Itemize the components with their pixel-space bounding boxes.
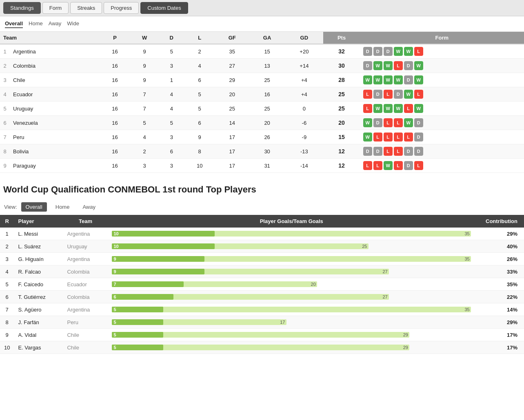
tab-form[interactable]: Form [42, 2, 69, 14]
form-badge-d: D [414, 133, 423, 141]
form-badge-l: L [384, 118, 393, 127]
l-cell: 8 [184, 144, 215, 159]
view-tab-overall[interactable]: Overall [21, 202, 47, 212]
form-badge-w: W [394, 75, 403, 84]
form-badge-d: D [394, 90, 403, 99]
d-cell: 4 [159, 87, 184, 102]
player-name: L. Messi [14, 228, 63, 240]
form-badge-w: W [404, 90, 413, 99]
player-team: Peru [63, 316, 108, 329]
table-row: 1 Argentina 16 9 5 2 35 15 +20 32 DDDWWL [0, 44, 524, 59]
player-team: Ecuador [63, 278, 108, 291]
player-bar-cell: 10 25 [108, 240, 475, 253]
form-badge-d: D [363, 47, 372, 56]
tab-custom-dates[interactable]: Custom Dates [140, 2, 188, 14]
sub-tab-overall[interactable]: Overall [5, 20, 23, 28]
player-name: E. Vargas [14, 341, 63, 354]
gf-cell: 35 [215, 44, 249, 59]
ga-cell: 15 [249, 44, 285, 59]
rank-cell: 2 [0, 59, 10, 73]
form-badge-l: L [414, 90, 423, 99]
player-bar-cell: 6 27 [108, 291, 475, 303]
view-tab-away[interactable]: Away [78, 202, 100, 212]
p-cell: 16 [100, 144, 130, 159]
form-badge-d: D [373, 118, 382, 127]
rank-cell: 3 [0, 73, 10, 87]
w-cell: 5 [130, 116, 159, 130]
form-badge-l: L [414, 161, 423, 170]
col-ga: GA [249, 32, 285, 44]
sub-tab-home[interactable]: Home [29, 20, 43, 28]
tab-streaks[interactable]: Streaks [70, 2, 102, 14]
form-cell: LLWLDL [360, 159, 524, 173]
list-item: 4 R. Falcao Colombia 9 27 33% [0, 265, 524, 278]
tab-progress[interactable]: Progress [104, 2, 139, 14]
col-d: D [159, 32, 184, 44]
pts-cell: 12 [323, 159, 360, 173]
form-badge-l: L [394, 147, 403, 156]
form-cell: LWWWLW [360, 102, 524, 116]
list-item: 3 G. Higuaín Argentina 9 35 26% [0, 253, 524, 265]
list-item: 5 F. Caicedo Ecuador 7 20 35% [0, 278, 524, 291]
gf-cell: 29 [215, 73, 249, 87]
tabs-bar: Standings Form Streaks Progress Custom D… [0, 0, 524, 16]
l-cell: 4 [184, 59, 215, 73]
form-cell: LDLDWL [360, 87, 524, 102]
player-rank: 5 [0, 278, 14, 291]
player-bar-cell: 10 35 [108, 228, 475, 240]
player-contribution: 35% [475, 278, 524, 291]
player-team: Uruguay [63, 240, 108, 253]
form-badge-l: L [404, 133, 413, 141]
l-cell: 5 [184, 102, 215, 116]
gd-cell: +4 [285, 73, 323, 87]
d-cell: 6 [159, 144, 184, 159]
d-cell: 3 [159, 130, 184, 144]
gd-cell: -6 [285, 116, 323, 130]
rank-cell: 1 [0, 44, 10, 59]
form-badge-l: L [384, 90, 393, 99]
rank-cell: 9 [0, 159, 10, 173]
form-cell: DWWLDW [360, 59, 524, 73]
view-tab-home[interactable]: Home [51, 202, 74, 212]
d-cell: 5 [159, 116, 184, 130]
gf-cell: 17 [215, 130, 249, 144]
w-cell: 9 [130, 73, 159, 87]
player-contribution: 14% [475, 303, 524, 316]
players-table: R Player Team Player Goals/Team Goals Co… [0, 215, 524, 354]
rank-cell: 7 [0, 130, 10, 144]
form-badge-w: W [414, 61, 423, 70]
gf-cell: 25 [215, 102, 249, 116]
player-team: Chile [63, 341, 108, 354]
form-badge-w: W [414, 75, 423, 84]
player-team: Argentina [63, 303, 108, 316]
form-badge-w: W [384, 161, 393, 170]
sub-tabs-bar: Overall Home Away Wide [0, 16, 524, 32]
form-badge-l: L [373, 161, 382, 170]
l-cell: 10 [184, 159, 215, 173]
pcol-r: R [0, 215, 14, 228]
form-cell: WLLLLD [360, 130, 524, 144]
table-row: 7 Peru 16 4 3 9 17 26 -9 15 WLLLLD [0, 130, 524, 144]
sub-tab-away[interactable]: Away [49, 20, 62, 28]
d-cell: 3 [159, 59, 184, 73]
l-cell: 6 [184, 116, 215, 130]
p-cell: 16 [100, 73, 130, 87]
w-cell: 7 [130, 87, 159, 102]
w-cell: 3 [130, 159, 159, 173]
gd-cell: 0 [285, 102, 323, 116]
rank-cell: 6 [0, 116, 10, 130]
app-container: Standings Form Streaks Progress Custom D… [0, 0, 524, 354]
ga-cell: 13 [249, 59, 285, 73]
player-bar-cell: 5 17 [108, 316, 475, 329]
tab-standings[interactable]: Standings [3, 2, 41, 14]
player-team: Argentina [63, 228, 108, 240]
sub-tab-wide[interactable]: Wide [67, 20, 79, 28]
team-name-cell: Bolivia [10, 144, 100, 159]
ga-cell: 31 [249, 159, 285, 173]
gf-cell: 14 [215, 116, 249, 130]
d-cell: 4 [159, 102, 184, 116]
form-badge-w: W [384, 104, 393, 113]
col-w: W [130, 32, 159, 44]
ga-cell: 25 [249, 102, 285, 116]
form-badge-d: D [363, 147, 372, 156]
